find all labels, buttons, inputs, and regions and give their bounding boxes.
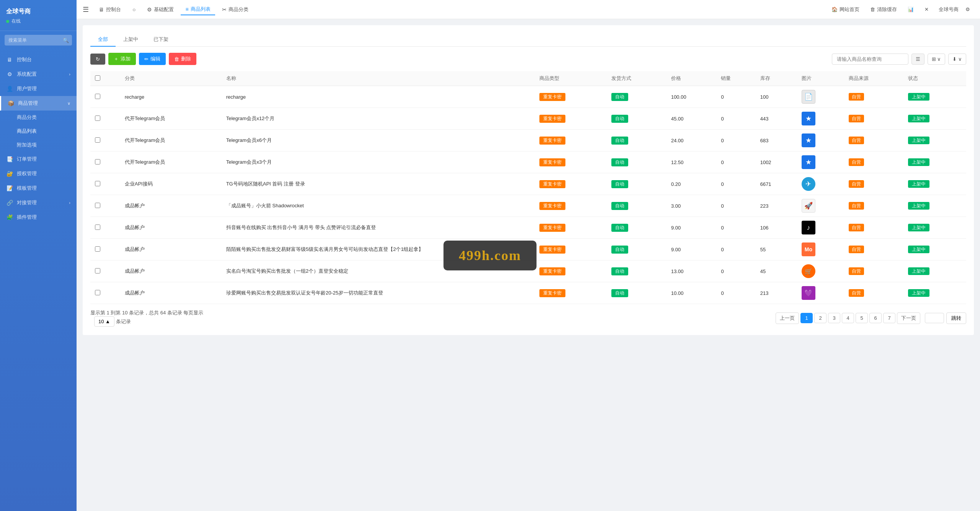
table-row: 企业API接码 TG号码地区随机API 首码 注册 登录 重复卡密 自动 0.2…: [90, 173, 966, 195]
page-4-button[interactable]: 4: [842, 313, 854, 323]
page-5-button[interactable]: 5: [856, 313, 868, 323]
table-row: recharge recharge 重复卡密 自动 100.00 0 100 📄…: [90, 86, 966, 108]
sidebar-item-categories[interactable]: 商品分类: [0, 111, 77, 124]
sidebar-item-templates[interactable]: 📝 模板管理: [0, 181, 77, 195]
pagination-info: 显示第 1 到第 10 条记录，总共 64 条记录 每页显示 10 ▲ 条记录: [90, 309, 776, 327]
sidebar-item-addons[interactable]: 附加选项: [0, 138, 77, 152]
delete-label: 删除: [181, 55, 191, 62]
user-icon: 👤: [6, 86, 13, 92]
prev-page-button[interactable]: 上一页: [776, 312, 799, 324]
next-page-button[interactable]: 下一页: [897, 312, 920, 324]
add-button[interactable]: ＋ 添加: [108, 53, 136, 65]
topbar-dashboard[interactable]: 🖥 控制台: [94, 4, 126, 15]
row-stock: 683: [756, 130, 797, 151]
trash-icon: 🗑: [870, 7, 875, 12]
sidebar-item-label: 商品管理: [18, 100, 38, 107]
row-checkbox[interactable]: [95, 94, 100, 99]
type-badge: 重复卡密: [539, 180, 565, 188]
row-source: 自营: [844, 86, 904, 108]
sidebar-item-system[interactable]: ⚙ 系统配置 ›: [0, 67, 77, 81]
topbar-settings[interactable]: ⚙: [962, 5, 974, 14]
sidebar-item-orders[interactable]: 📑 订单管理: [0, 152, 77, 166]
tab-on-sale[interactable]: 上架中: [116, 33, 146, 47]
row-ship: 自动: [607, 86, 666, 108]
page-jump-button[interactable]: 跳转: [946, 312, 966, 324]
topbar-home[interactable]: 🏠 网站首页: [828, 4, 863, 15]
page-2-button[interactable]: 2: [814, 313, 826, 323]
status-badge: 上架中: [908, 224, 929, 231]
source-badge: 自营: [849, 267, 864, 275]
topbar-stats[interactable]: 📊: [904, 5, 918, 14]
status-badge: 上架中: [908, 158, 929, 166]
source-badge: 自营: [849, 202, 864, 210]
row-source: 自营: [844, 151, 904, 173]
row-type: 重复卡密: [535, 239, 607, 260]
ship-badge: 自动: [611, 289, 628, 297]
sidebar-item-plugins[interactable]: 🧩 插件管理: [0, 210, 77, 225]
row-ship: 自动: [607, 130, 666, 151]
page-size-suffix: 条记录: [116, 318, 131, 325]
gear-icon: ⚙: [965, 7, 970, 12]
status-badge: 上架中: [908, 137, 929, 144]
tab-off-sale[interactable]: 已下架: [146, 33, 176, 47]
export-icon: ⬇ ∨: [952, 56, 962, 62]
delete-button[interactable]: 🗑 删除: [169, 53, 196, 65]
row-checkbox[interactable]: [95, 159, 100, 164]
row-ship: 自动: [607, 173, 666, 195]
topbar-basic-config[interactable]: ⚙ 基础配置: [142, 4, 178, 15]
row-sales: 0: [716, 282, 755, 304]
row-sales: 0: [716, 151, 755, 173]
sidebar-item-label: 对接管理: [17, 199, 37, 206]
col-header-sales: 销量: [716, 71, 755, 86]
row-stock: 45: [756, 260, 797, 282]
topbar-product-list[interactable]: ≡ 商品列表: [181, 4, 215, 15]
row-source: 自营: [844, 239, 904, 260]
export-button[interactable]: ⬇ ∨: [948, 54, 966, 65]
row-checkbox[interactable]: [95, 290, 100, 295]
row-checkbox[interactable]: [95, 181, 100, 186]
row-category: 成品帐户: [120, 239, 222, 260]
ship-badge: 自动: [611, 202, 628, 210]
page-jump-input[interactable]: [925, 313, 944, 323]
row-checkbox[interactable]: [95, 137, 100, 143]
type-badge: 重复卡密: [539, 115, 565, 123]
page-size-button[interactable]: 10 ▲: [94, 316, 114, 327]
row-price: 3.00: [666, 195, 716, 217]
row-checkbox[interactable]: [95, 225, 100, 230]
row-checkbox[interactable]: [95, 268, 100, 273]
list-view-button[interactable]: ☰: [911, 54, 924, 65]
sidebar-item-users[interactable]: 👤 用户管理: [0, 81, 77, 96]
row-category: recharge: [120, 86, 222, 108]
product-search-input[interactable]: [832, 54, 908, 65]
topbar-product-cat[interactable]: ✂ 商品分类: [217, 4, 253, 15]
row-category: 成品帐户: [120, 282, 222, 304]
tab-all[interactable]: 全部: [90, 33, 116, 47]
page-3-button[interactable]: 3: [828, 313, 840, 323]
sidebar-item-products[interactable]: 📦 商品管理 ∨: [0, 96, 77, 111]
row-checkbox[interactable]: [95, 203, 100, 208]
sidebar-item-dashboard[interactable]: 🖥 控制台: [0, 52, 77, 67]
page-7-button[interactable]: 7: [883, 313, 895, 323]
type-badge: 重复卡密: [539, 267, 565, 275]
status-label: 在线: [11, 18, 21, 24]
page-6-button[interactable]: 6: [869, 313, 882, 323]
sidebar-item-integrations[interactable]: 🔗 对接管理 ›: [0, 195, 77, 210]
topbar-clear-cache[interactable]: 🗑 清除缓存: [866, 4, 901, 15]
refresh-button[interactable]: ↻: [90, 54, 105, 65]
grid-view-button[interactable]: ⊞ ∨: [928, 54, 946, 65]
row-ship: 自动: [607, 151, 666, 173]
row-checkbox[interactable]: [95, 246, 100, 252]
sidebar-item-auth[interactable]: 🔐 授权管理: [0, 166, 77, 181]
edit-button[interactable]: ✏ 编辑: [139, 53, 166, 65]
sidebar-item-product-list[interactable]: 商品列表: [0, 124, 77, 138]
sidebar-sub-label: 商品列表: [17, 128, 37, 135]
ship-badge: 自动: [611, 93, 628, 101]
search-input[interactable]: [5, 35, 72, 46]
select-all-checkbox[interactable]: [95, 75, 100, 81]
row-checkbox[interactable]: [95, 116, 100, 121]
dashboard-icon: 🖥: [6, 57, 13, 63]
type-badge: 重复卡密: [539, 137, 565, 145]
page-1-button[interactable]: 1: [800, 313, 813, 323]
menu-toggle-icon[interactable]: ☰: [83, 5, 89, 14]
topbar-close[interactable]: ✕: [921, 5, 933, 14]
